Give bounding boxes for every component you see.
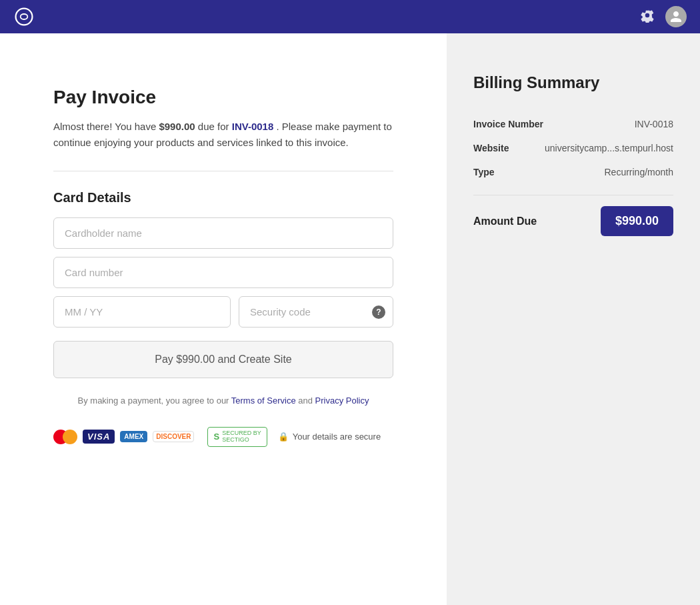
amount-due-badge: $990.00 [601,206,673,236]
privacy-link[interactable]: Privacy Policy [315,396,369,406]
settings-icon[interactable] [640,8,655,25]
discover-badge: DISCOVER [153,431,194,442]
website-value: universitycamp...s.tempurl.host [545,143,673,153]
invoice-number-value: INV-0018 [635,119,673,129]
header-actions [640,6,687,27]
security-code-input[interactable] [239,296,393,328]
user-avatar[interactable] [665,6,687,27]
sectigo-badge: S SECURED BYSECTIGO [207,427,267,447]
card-details-title: Card Details [53,190,393,205]
legal-and: and [296,396,315,406]
amount-due-label: Amount Due [473,215,537,227]
invoice-ref: INV-0018 [232,121,274,132]
amex-badge: AMEX [120,431,147,442]
main-layout: Pay Invoice Almost there! You have $990.… [0,33,700,605]
amount-due-row: Amount Due $990.00 [473,206,673,236]
billing-website-row: Website universitycamp...s.tempurl.host [473,136,673,160]
website-label: Website [473,143,509,153]
invoice-number-label: Invoice Number [473,119,543,129]
desc-mid: due for [195,121,232,132]
left-panel: Pay Invoice Almost there! You have $990.… [0,33,447,605]
card-row-expiry-security: ? [53,296,393,328]
amount-bold: $990.00 [159,121,195,132]
billing-divider [473,195,673,195]
legal-prefix: By making a payment, you agree to our [78,396,231,406]
page-title: Pay Invoice [53,87,393,108]
section-divider [53,171,393,171]
billing-title: Billing Summary [473,73,673,92]
right-panel: Billing Summary Invoice Number INV-0018 … [447,33,700,605]
secure-text-label: Your details are secure [293,432,381,442]
pay-button[interactable]: Pay $990.00 and Create Site [53,341,393,378]
mastercard-badge [53,430,77,444]
card-form: ? Pay $990.00 and Create Site By making … [53,217,393,447]
cardholder-name-input[interactable] [53,217,393,249]
card-number-input[interactable] [53,257,393,288]
visa-badge: VISA [83,430,115,444]
security-help-icon[interactable]: ? [372,306,385,319]
legal-text: By making a payment, you agree to our Te… [53,396,393,406]
app-header [0,0,700,33]
desc-prefix: Almost there! You have [53,121,159,132]
type-label: Type [473,167,495,177]
app-logo [13,6,35,27]
mc-circle-yellow [63,430,77,444]
sectigo-s: S [213,432,219,442]
sectigo-text: SECURED BYSECTIGO [222,430,261,444]
type-value: Recurring/month [605,167,674,177]
card-badges-row: VISA AMEX DISCOVER S SECURED BYSECTIGO 🔒… [53,427,393,447]
security-code-wrapper: ? [239,296,393,328]
billing-type-row: Type Recurring/month [473,160,673,184]
billing-invoice-row: Invoice Number INV-0018 [473,112,673,136]
secure-text-wrap: 🔒 Your details are secure [278,432,381,442]
expiry-input[interactable] [53,296,231,328]
terms-link[interactable]: Terms of Service [231,396,296,406]
page-description: Almost there! You have $990.00 due for I… [53,119,393,151]
lock-icon: 🔒 [278,432,289,442]
svg-point-0 [16,9,33,25]
